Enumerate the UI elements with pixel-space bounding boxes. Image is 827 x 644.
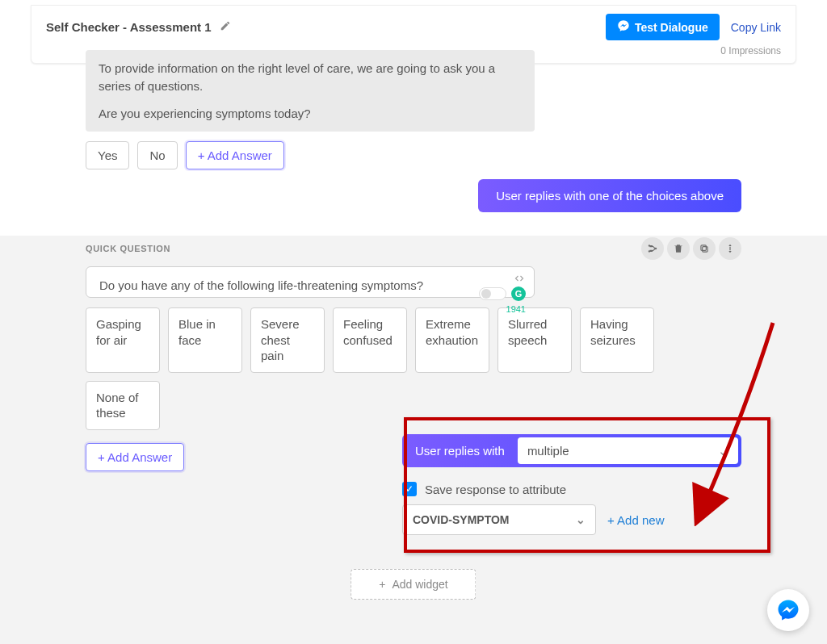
svg-rect-3 — [703, 247, 707, 252]
messenger-fab[interactable] — [767, 589, 809, 631]
branch-icon[interactable] — [641, 237, 664, 260]
quick-question-block: QUICK QUESTION Do you have any of the fo… — [86, 237, 741, 471]
add-widget-button[interactable]: + Add widget — [351, 569, 476, 600]
save-response-row: ✓ Save response to attribute — [402, 482, 741, 496]
reply-mode-select[interactable]: multiple ⌄ — [518, 437, 738, 464]
save-response-label: Save response to attribute — [425, 483, 566, 496]
reply-mode-value: multiple — [527, 444, 569, 458]
drag-icon[interactable] — [719, 237, 741, 260]
section-label: QUICK QUESTION — [86, 244, 170, 253]
block-toolbar — [641, 237, 741, 260]
answer-chip-seizures[interactable]: Having seizures — [580, 307, 654, 373]
reply-mode-label: User replies with — [402, 434, 518, 467]
answer-chip-no[interactable]: No — [137, 141, 177, 169]
code-icon[interactable] — [513, 274, 526, 285]
reply-mode-row: User replies with multiple ⌄ — [402, 434, 741, 467]
question-text: Do you have any of the following life-th… — [99, 278, 521, 292]
answer-chip-none[interactable]: None of these — [86, 381, 160, 430]
bot-message-line2: Are you experiencing symptoms today? — [99, 105, 522, 123]
plus-icon: + — [379, 578, 385, 591]
answer-chip-slurred[interactable]: Slurred speech — [497, 307, 572, 373]
copy-link-button[interactable]: Copy Link — [731, 21, 781, 34]
copy-icon[interactable] — [693, 237, 716, 260]
attribute-value: COVID-SYMPTOM — [413, 513, 510, 526]
question-input-box[interactable]: Do you have any of the following life-th… — [86, 266, 535, 298]
test-dialogue-label: Test Dialogue — [635, 21, 708, 34]
trash-icon[interactable] — [667, 237, 690, 260]
answer-chip-gasping[interactable]: Gasping for air — [86, 307, 160, 373]
grammarly-icon[interactable]: G — [511, 286, 526, 301]
reply-config-panel: User replies with multiple ⌄ ✓ Save resp… — [402, 434, 741, 535]
chevron-down-icon: ⌄ — [576, 513, 586, 526]
messenger-icon — [617, 19, 630, 35]
svg-rect-4 — [701, 245, 706, 250]
page-title: Self Checker - Assessment 1 — [46, 20, 212, 34]
toggle-switch[interactable] — [479, 287, 506, 300]
chevron-down-icon: ⌄ — [718, 444, 728, 458]
pencil-icon[interactable] — [220, 20, 231, 35]
attribute-row: COVID-SYMPTOM ⌄ + Add new — [402, 504, 741, 535]
answer-chip-yes[interactable]: Yes — [86, 141, 129, 169]
message-block-1: To provide information on the right leve… — [86, 50, 741, 169]
test-dialogue-button[interactable]: Test Dialogue — [606, 14, 720, 40]
answers-row-2: Gasping for air Blue in face Severe ches… — [86, 307, 724, 430]
add-widget-label: Add widget — [392, 578, 447, 591]
attribute-select[interactable]: COVID-SYMPTOM ⌄ — [402, 504, 596, 535]
user-reply-pill-1[interactable]: User replies with one of the choices abo… — [478, 179, 741, 212]
answers-row-1: Yes No + Add Answer — [86, 141, 741, 169]
add-new-attribute[interactable]: + Add new — [607, 513, 664, 527]
answer-chip-blue[interactable]: Blue in face — [168, 307, 242, 373]
answer-chip-chest[interactable]: Severe chest pain — [250, 307, 325, 373]
add-answer-button-2[interactable]: + Add Answer — [86, 443, 184, 471]
bot-message-line1: To provide information on the right leve… — [99, 60, 522, 95]
bot-message[interactable]: To provide information on the right leve… — [86, 50, 535, 132]
answer-chip-confused[interactable]: Feeling confused — [333, 307, 407, 373]
char-count: 1941 — [506, 304, 526, 314]
answer-chip-exhaustion[interactable]: Extreme exhaution — [415, 307, 489, 373]
add-answer-button-1[interactable]: + Add Answer — [186, 141, 284, 169]
save-response-checkbox[interactable]: ✓ — [402, 482, 417, 496]
